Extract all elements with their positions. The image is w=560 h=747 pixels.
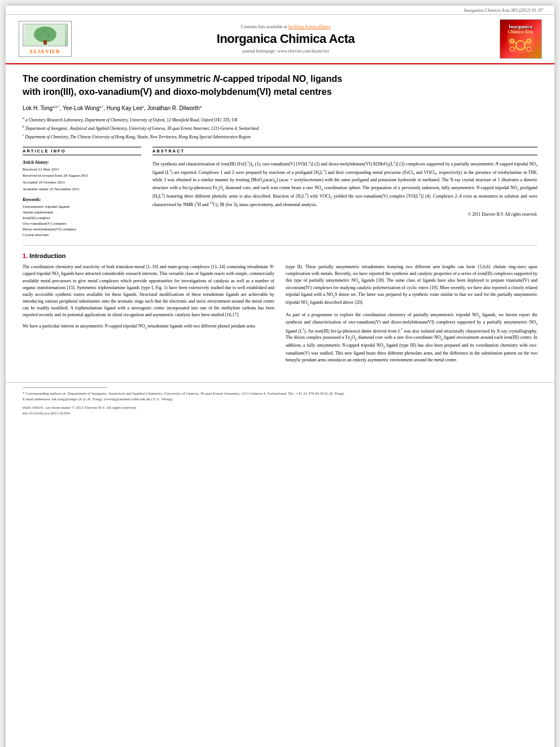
article-info-abstract-section: ARTICLE INFO Article history: Received 1… xyxy=(23,147,537,238)
intro-paragraph-3: (type II). These partially unsymmetric t… xyxy=(286,264,537,307)
accepted-date: Accepted 18 October 2011 xyxy=(23,180,141,186)
article-info-header: ARTICLE INFO xyxy=(23,147,141,155)
abstract-text: The synthesis and characterisation of ir… xyxy=(152,160,537,209)
abstract-column: ABSTRACT The synthesis and characterisat… xyxy=(152,147,537,238)
sciverse-link-text[interactable]: SciVerse ScienceDirect xyxy=(288,24,331,29)
svg-point-10 xyxy=(527,47,531,51)
journal-header: ELSEVIER Contents lists available at Sci… xyxy=(6,15,554,64)
svg-point-8 xyxy=(527,39,531,43)
journal-top-bar: Inorganica Chimica Acta 383 (2012) 91–97 xyxy=(6,6,554,15)
section-title-text: Introduction xyxy=(29,252,65,259)
article-history-label: Article history: xyxy=(23,160,141,165)
footer-divider xyxy=(23,387,107,388)
authors-line: Lok H. Tonga,b,*, Yee-Lok Wonga,*, Hung … xyxy=(23,105,537,111)
available-date: Available online 23 November 2011 xyxy=(23,187,141,193)
received-date: Received 12 May 2011 xyxy=(23,167,141,173)
svg-point-6 xyxy=(516,41,525,50)
sciverse-link: Contents lists available at SciVerse Sci… xyxy=(79,24,492,29)
footer-notes: * Corresponding authors at: Department o… xyxy=(23,391,537,417)
keyword-5: Dioxo-molybdenum(VI) complex xyxy=(23,227,141,231)
article-content: The coordination chemistry of unsymmetri… xyxy=(6,64,554,377)
elsevier-text: ELSEVIER xyxy=(30,49,60,54)
elsevier-tree-image xyxy=(23,24,68,46)
introduction-heading: 1. Introduction xyxy=(23,252,537,259)
svg-line-14 xyxy=(525,47,527,49)
intro-paragraph-1: The coordination chemistry and reactivit… xyxy=(23,264,274,319)
svg-line-12 xyxy=(525,41,527,43)
keywords-label: Keywords: xyxy=(23,197,141,202)
elsevier-box: ELSEVIER xyxy=(19,21,72,57)
page-footer: * Corresponding authors at: Department o… xyxy=(6,382,554,421)
intro-right-col: (type II). These partially unsymmetric t… xyxy=(286,264,537,368)
keyword-6: Crystal structure xyxy=(23,233,141,237)
keyword-4: Oxo-vanadium(V) complex xyxy=(23,221,141,226)
affiliation-b: b Department of Inorganic, Analytical an… xyxy=(23,124,537,132)
svg-line-11 xyxy=(514,41,516,43)
svg-point-9 xyxy=(510,47,514,51)
affiliation-a: a a Chemistry Research Laboratory, Depar… xyxy=(23,116,537,123)
abstract-header: ABSTRACT xyxy=(152,147,537,155)
keyword-3: Iron(III) complex xyxy=(23,216,141,220)
svg-line-13 xyxy=(514,47,516,49)
journal-title-area: Contents lists available at SciVerse Sci… xyxy=(79,24,492,54)
page: Inorganica Chimica Acta 383 (2012) 91–97 xyxy=(6,6,554,747)
affiliation-c: c Department of Chemistry, The Chinese U… xyxy=(23,133,537,140)
footnote-email: E-mail addresses: lok.tong@unige.ch (L.H… xyxy=(23,396,537,403)
section-number: 1. xyxy=(23,252,29,259)
copyright-line: © 2011 Elsevier B.V. All rights reserved… xyxy=(152,212,537,217)
ica-logo-title-line2: Chimica Acta xyxy=(506,29,535,34)
svg-rect-2 xyxy=(43,40,47,45)
keywords-section: Keywords: Unsymmetric tripodal ligands A… xyxy=(23,197,141,237)
footnote-corresponding: * Corresponding authors at: Department o… xyxy=(23,391,537,397)
svg-point-7 xyxy=(510,39,514,43)
elsevier-logo: ELSEVIER xyxy=(17,21,73,57)
introduction-body: The coordination chemistry and reactivit… xyxy=(23,264,537,368)
keyword-1: Unsymmetric tripodal ligands xyxy=(23,204,141,209)
article-info-column: ARTICLE INFO Article history: Received 1… xyxy=(23,147,141,238)
journal-main-title: Inorganica Chimica Acta xyxy=(79,32,492,46)
intro-paragraph-4: As part of a programme to explore the co… xyxy=(286,312,537,364)
keyword-2: Amine triphenolate xyxy=(23,210,141,215)
affiliations: a a Chemistry Research Laboratory, Depar… xyxy=(23,116,537,139)
journal-homepage: journal homepage: www.elsevier.com/locat… xyxy=(79,49,492,54)
received-revised-date: Received in revised form 29 August 2011 xyxy=(23,173,141,179)
footnote-doi: doi:10.1016/j.ica.2011.10.054 xyxy=(23,410,537,417)
journal-logo-right: Inorganica Chimica Acta xyxy=(498,19,543,59)
ica-logo-box: Inorganica Chimica Acta xyxy=(500,19,542,59)
section-divider xyxy=(23,245,537,246)
svg-point-1 xyxy=(34,27,56,42)
journal-citation: Inorganica Chimica Acta 383 (2012) 91–97 xyxy=(464,8,543,13)
intro-left-col: The coordination chemistry and reactivit… xyxy=(23,264,274,368)
article-title: The coordination chemistry of unsymmetri… xyxy=(23,73,537,98)
ica-logo-title-line1: Inorganica xyxy=(506,24,535,29)
intro-paragraph-2: We have a particular interest in unsymme… xyxy=(23,323,274,331)
footnote-issn: 0020-1693/$ - see front matter © 2011 El… xyxy=(23,405,537,411)
